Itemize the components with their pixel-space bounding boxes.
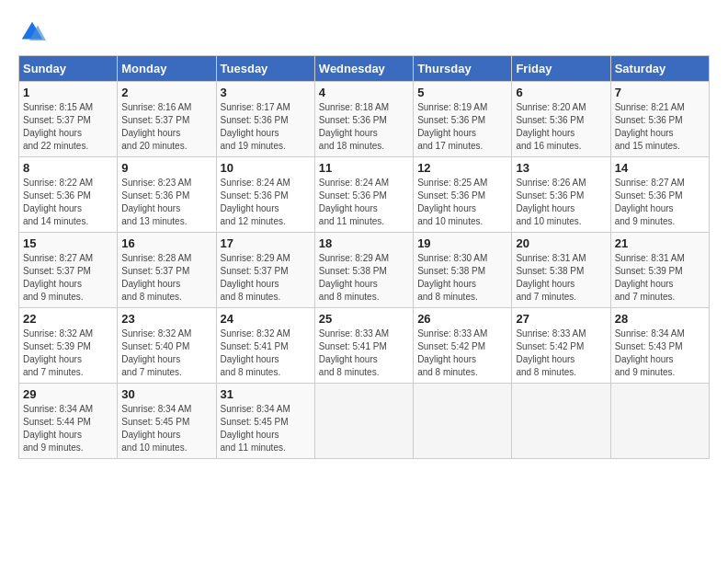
cell-info: Sunrise: 8:33 AM Sunset: 5:42 PM Dayligh… <box>516 327 606 379</box>
day-number: 19 <box>417 236 507 250</box>
weekday-header: Tuesday <box>216 56 314 82</box>
day-number: 7 <box>615 86 705 99</box>
day-number: 31 <box>221 387 311 401</box>
calendar-cell: 24 Sunrise: 8:32 AM Sunset: 5:41 PM Dayl… <box>216 308 314 384</box>
day-number: 28 <box>615 312 705 326</box>
calendar-cell: 28 Sunrise: 8:34 AM Sunset: 5:43 PM Dayl… <box>610 308 709 384</box>
calendar-cell: 21 Sunrise: 8:31 AM Sunset: 5:39 PM Dayl… <box>610 233 709 308</box>
day-number: 8 <box>23 161 113 175</box>
day-number: 17 <box>221 236 311 250</box>
calendar-week-row: 15 Sunrise: 8:27 AM Sunset: 5:37 PM Dayl… <box>19 233 710 308</box>
day-number: 21 <box>615 236 705 250</box>
calendar-cell: 23 Sunrise: 8:32 AM Sunset: 5:40 PM Dayl… <box>118 308 216 384</box>
cell-info: Sunrise: 8:22 AM Sunset: 5:36 PM Dayligh… <box>23 177 113 228</box>
calendar-cell <box>610 384 709 459</box>
day-number: 15 <box>23 236 113 250</box>
day-number: 13 <box>516 161 606 175</box>
weekday-header: Sunday <box>19 56 118 82</box>
cell-info: Sunrise: 8:33 AM Sunset: 5:41 PM Dayligh… <box>319 327 409 379</box>
cell-info: Sunrise: 8:20 AM Sunset: 5:36 PM Dayligh… <box>516 101 606 153</box>
day-number: 25 <box>319 312 409 326</box>
cell-info: Sunrise: 8:17 AM Sunset: 5:36 PM Dayligh… <box>221 101 311 153</box>
cell-info: Sunrise: 8:27 AM Sunset: 5:37 PM Dayligh… <box>23 252 113 304</box>
weekday-header: Saturday <box>610 56 709 82</box>
calendar-cell: 6 Sunrise: 8:20 AM Sunset: 5:36 PM Dayli… <box>512 82 610 157</box>
calendar-cell: 7 Sunrise: 8:21 AM Sunset: 5:36 PM Dayli… <box>610 82 709 157</box>
calendar-cell: 16 Sunrise: 8:28 AM Sunset: 5:37 PM Dayl… <box>118 233 216 308</box>
day-number: 6 <box>516 86 606 99</box>
cell-info: Sunrise: 8:19 AM Sunset: 5:36 PM Dayligh… <box>417 101 507 153</box>
cell-info: Sunrise: 8:29 AM Sunset: 5:37 PM Dayligh… <box>221 252 311 304</box>
calendar-cell <box>414 384 512 459</box>
cell-info: Sunrise: 8:30 AM Sunset: 5:38 PM Dayligh… <box>417 252 507 304</box>
calendar-cell: 30 Sunrise: 8:34 AM Sunset: 5:45 PM Dayl… <box>118 384 216 459</box>
cell-info: Sunrise: 8:25 AM Sunset: 5:36 PM Dayligh… <box>417 177 507 228</box>
calendar-cell: 8 Sunrise: 8:22 AM Sunset: 5:36 PM Dayli… <box>19 157 118 233</box>
calendar-week-row: 22 Sunrise: 8:32 AM Sunset: 5:39 PM Dayl… <box>19 308 710 384</box>
cell-info: Sunrise: 8:33 AM Sunset: 5:42 PM Dayligh… <box>417 327 507 379</box>
day-number: 12 <box>417 161 507 175</box>
calendar-cell <box>314 384 413 459</box>
day-number: 30 <box>121 387 211 401</box>
cell-info: Sunrise: 8:34 AM Sunset: 5:43 PM Dayligh… <box>615 327 705 379</box>
cell-info: Sunrise: 8:34 AM Sunset: 5:45 PM Dayligh… <box>221 403 311 454</box>
cell-info: Sunrise: 8:28 AM Sunset: 5:37 PM Dayligh… <box>121 252 211 304</box>
weekday-header: Friday <box>512 56 610 82</box>
day-number: 22 <box>23 312 113 326</box>
cell-info: Sunrise: 8:18 AM Sunset: 5:36 PM Dayligh… <box>319 101 409 153</box>
cell-info: Sunrise: 8:27 AM Sunset: 5:36 PM Dayligh… <box>615 177 705 228</box>
calendar-cell: 5 Sunrise: 8:19 AM Sunset: 5:36 PM Dayli… <box>414 82 512 157</box>
calendar-cell: 12 Sunrise: 8:25 AM Sunset: 5:36 PM Dayl… <box>414 157 512 233</box>
calendar-cell: 11 Sunrise: 8:24 AM Sunset: 5:36 PM Dayl… <box>314 157 413 233</box>
day-number: 26 <box>417 312 507 326</box>
day-number: 20 <box>516 236 606 250</box>
day-number: 1 <box>23 86 113 99</box>
cell-info: Sunrise: 8:31 AM Sunset: 5:39 PM Dayligh… <box>615 252 705 304</box>
weekday-header: Monday <box>118 56 216 82</box>
calendar-week-row: 29 Sunrise: 8:34 AM Sunset: 5:44 PM Dayl… <box>19 384 710 459</box>
cell-info: Sunrise: 8:23 AM Sunset: 5:36 PM Dayligh… <box>121 177 211 228</box>
calendar-cell: 25 Sunrise: 8:33 AM Sunset: 5:41 PM Dayl… <box>314 308 413 384</box>
calendar-week-row: 8 Sunrise: 8:22 AM Sunset: 5:36 PM Dayli… <box>19 157 710 233</box>
calendar-table: SundayMondayTuesdayWednesdayThursdayFrid… <box>18 55 710 459</box>
day-number: 4 <box>319 86 409 99</box>
cell-info: Sunrise: 8:32 AM Sunset: 5:39 PM Dayligh… <box>23 327 113 379</box>
cell-info: Sunrise: 8:32 AM Sunset: 5:40 PM Dayligh… <box>121 327 211 379</box>
weekday-header: Wednesday <box>314 56 413 82</box>
cell-info: Sunrise: 8:16 AM Sunset: 5:37 PM Dayligh… <box>121 101 211 153</box>
cell-info: Sunrise: 8:24 AM Sunset: 5:36 PM Dayligh… <box>319 177 409 228</box>
calendar-cell: 4 Sunrise: 8:18 AM Sunset: 5:36 PM Dayli… <box>314 82 413 157</box>
day-number: 27 <box>516 312 606 326</box>
day-number: 24 <box>221 312 311 326</box>
header-row: SundayMondayTuesdayWednesdayThursdayFrid… <box>19 56 710 82</box>
calendar-cell: 1 Sunrise: 8:15 AM Sunset: 5:37 PM Dayli… <box>19 82 118 157</box>
calendar-cell: 20 Sunrise: 8:31 AM Sunset: 5:38 PM Dayl… <box>512 233 610 308</box>
weekday-header: Thursday <box>414 56 512 82</box>
day-number: 10 <box>221 161 311 175</box>
calendar-cell: 22 Sunrise: 8:32 AM Sunset: 5:39 PM Dayl… <box>19 308 118 384</box>
calendar-cell: 13 Sunrise: 8:26 AM Sunset: 5:36 PM Dayl… <box>512 157 610 233</box>
cell-info: Sunrise: 8:31 AM Sunset: 5:38 PM Dayligh… <box>516 252 606 304</box>
cell-info: Sunrise: 8:24 AM Sunset: 5:36 PM Dayligh… <box>221 177 311 228</box>
logo-icon <box>18 18 46 46</box>
calendar-cell: 17 Sunrise: 8:29 AM Sunset: 5:37 PM Dayl… <box>216 233 314 308</box>
page-header <box>18 18 710 46</box>
cell-info: Sunrise: 8:15 AM Sunset: 5:37 PM Dayligh… <box>23 101 113 153</box>
calendar-cell: 10 Sunrise: 8:24 AM Sunset: 5:36 PM Dayl… <box>216 157 314 233</box>
cell-info: Sunrise: 8:26 AM Sunset: 5:36 PM Dayligh… <box>516 177 606 228</box>
day-number: 9 <box>121 161 211 175</box>
cell-info: Sunrise: 8:32 AM Sunset: 5:41 PM Dayligh… <box>221 327 311 379</box>
day-number: 2 <box>121 86 211 99</box>
calendar-cell: 15 Sunrise: 8:27 AM Sunset: 5:37 PM Dayl… <box>19 233 118 308</box>
day-number: 11 <box>319 161 409 175</box>
calendar-cell: 2 Sunrise: 8:16 AM Sunset: 5:37 PM Dayli… <box>118 82 216 157</box>
calendar-cell: 3 Sunrise: 8:17 AM Sunset: 5:36 PM Dayli… <box>216 82 314 157</box>
day-number: 29 <box>23 387 113 401</box>
calendar-cell: 29 Sunrise: 8:34 AM Sunset: 5:44 PM Dayl… <box>19 384 118 459</box>
calendar-cell: 14 Sunrise: 8:27 AM Sunset: 5:36 PM Dayl… <box>610 157 709 233</box>
day-number: 3 <box>221 86 311 99</box>
calendar-cell: 31 Sunrise: 8:34 AM Sunset: 5:45 PM Dayl… <box>216 384 314 459</box>
logo <box>18 18 51 46</box>
day-number: 16 <box>121 236 211 250</box>
calendar-cell: 9 Sunrise: 8:23 AM Sunset: 5:36 PM Dayli… <box>118 157 216 233</box>
